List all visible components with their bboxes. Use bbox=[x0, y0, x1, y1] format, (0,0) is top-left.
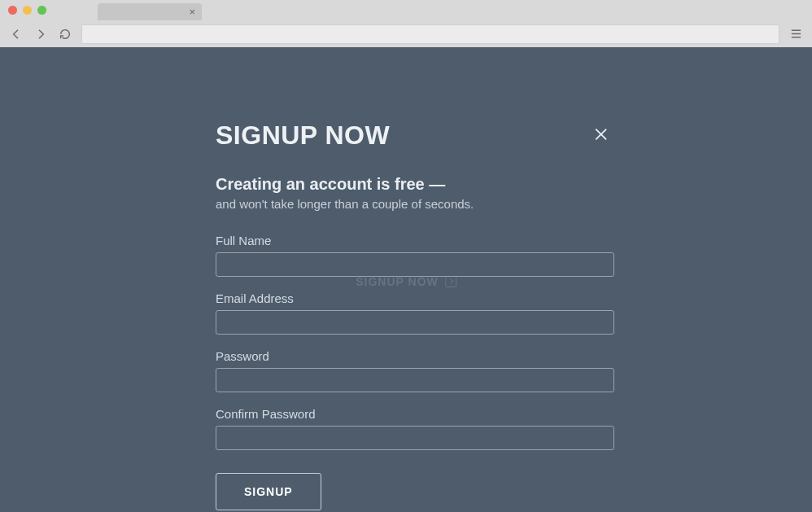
close-icon bbox=[593, 125, 611, 143]
modal-close-button[interactable] bbox=[590, 122, 614, 150]
confirm-password-input[interactable] bbox=[216, 426, 614, 450]
browser-chrome: × bbox=[0, 0, 812, 47]
modal-title: SIGNUP NOW bbox=[216, 120, 390, 151]
tab-close-button[interactable]: × bbox=[189, 7, 195, 17]
forward-button[interactable] bbox=[33, 26, 49, 42]
modal-subhead: Creating an account is free — and won't … bbox=[216, 175, 614, 211]
field-email: Email Address bbox=[216, 291, 614, 335]
browser-toolbar bbox=[0, 20, 812, 47]
modal-header: SIGNUP NOW bbox=[216, 120, 614, 151]
back-button[interactable] bbox=[8, 26, 24, 42]
modal-subhead-desc: and won't take longer than a couple of s… bbox=[216, 197, 614, 211]
email-label: Email Address bbox=[216, 291, 614, 305]
fullname-label: Full Name bbox=[216, 234, 614, 247]
fullname-input[interactable] bbox=[216, 252, 614, 277]
confirm-password-label: Confirm Password bbox=[216, 407, 614, 421]
window-controls bbox=[8, 6, 46, 15]
field-confirm-password: Confirm Password bbox=[216, 407, 614, 450]
window-minimize-button[interactable] bbox=[23, 6, 32, 15]
modal-subhead-strong: Creating an account is free — bbox=[216, 175, 614, 194]
window-close-button[interactable] bbox=[8, 6, 17, 15]
field-fullname: Full Name bbox=[216, 234, 614, 277]
browser-tab[interactable]: × bbox=[98, 3, 202, 20]
field-password: Password bbox=[216, 349, 614, 392]
password-label: Password bbox=[216, 349, 614, 363]
url-bar[interactable] bbox=[81, 24, 779, 44]
window-maximize-button[interactable] bbox=[37, 6, 46, 15]
signup-button[interactable]: SIGNUP bbox=[216, 473, 321, 510]
page-content: SIGNUP NOW SIGNUP NOW Creating an accoun… bbox=[0, 47, 812, 512]
email-input[interactable] bbox=[216, 310, 614, 335]
reload-button[interactable] bbox=[57, 26, 73, 42]
signup-modal: SIGNUP NOW Creating an account is free —… bbox=[216, 120, 614, 510]
password-input[interactable] bbox=[216, 368, 614, 392]
signup-form: Full Name Email Address Password Confirm… bbox=[216, 234, 614, 510]
browser-menu-button[interactable] bbox=[788, 26, 804, 42]
browser-titlebar: × bbox=[0, 0, 812, 20]
